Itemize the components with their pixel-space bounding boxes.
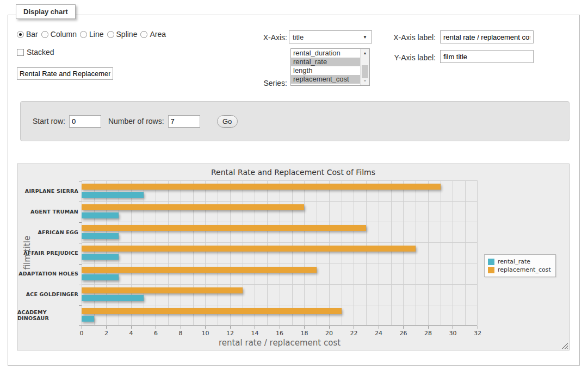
scroll-down-icon[interactable]: ▼	[361, 77, 369, 85]
x-axis-tick-label: 10	[195, 330, 216, 337]
bar-rental_rate[interactable]	[82, 233, 119, 239]
radio-bar-label[interactable]: Bar	[26, 30, 38, 39]
radio-spline-label[interactable]: Spline	[116, 30, 138, 39]
radio-item-bar[interactable]: Bar	[17, 30, 38, 39]
radio-item-column[interactable]: Column	[41, 30, 77, 39]
chart-category-row	[82, 264, 477, 285]
x-axis-title: rental rate / replacement cost	[82, 338, 478, 348]
y-axis-tick	[79, 285, 82, 285]
legend-label: replacement_cost	[498, 266, 551, 273]
bar-rental_rate[interactable]	[82, 212, 119, 218]
y-axis-label-input[interactable]	[440, 50, 534, 63]
start-row-label: Start row:	[33, 117, 65, 126]
chart-type-radio-group: Bar Column Line Spline Area	[17, 30, 166, 39]
x-axis-select-value: title	[293, 33, 304, 41]
bar-replacement_cost[interactable]	[82, 204, 304, 210]
bar-replacement_cost[interactable]	[82, 225, 366, 231]
x-axis-ticks	[82, 326, 478, 329]
radio-item-line[interactable]: Line	[80, 30, 103, 39]
x-axis-tick-label: 6	[145, 330, 167, 337]
radio-column-label[interactable]: Column	[51, 30, 77, 39]
radio-line-icon[interactable]	[80, 31, 87, 38]
bar-rental_rate[interactable]	[82, 254, 119, 260]
x-axis-label-field-label: X-Axis label:	[387, 33, 436, 42]
chart-category-row	[82, 222, 477, 243]
series-option-length[interactable]: length	[291, 66, 360, 75]
bar-replacement_cost[interactable]	[82, 184, 441, 190]
y-axis-tick	[79, 222, 82, 223]
x-axis-tick-label: 16	[269, 330, 290, 337]
radio-area-label[interactable]: Area	[150, 30, 166, 39]
x-axis-label-input[interactable]	[440, 30, 534, 43]
fieldset-legend-title: Display chart	[16, 4, 76, 19]
x-axis-tick-label: 0	[71, 330, 92, 337]
y-axis-category-label: AFFAIR PREJUDICE	[17, 242, 78, 263]
chart-category-row	[82, 243, 477, 264]
bar-replacement_cost[interactable]	[82, 246, 416, 252]
stacked-checkbox[interactable]	[17, 49, 24, 56]
x-axis-tick-label: 2	[96, 330, 117, 337]
scrollbar-thumb[interactable]	[362, 65, 368, 78]
stacked-checkbox-row[interactable]: Stacked	[17, 48, 54, 57]
number-of-rows-input[interactable]	[168, 115, 200, 128]
radio-item-spline[interactable]: Spline	[107, 30, 138, 39]
radio-line-label[interactable]: Line	[89, 30, 103, 39]
chart-panel: Rental Rate and Replacement Cost of Film…	[17, 164, 570, 350]
x-axis-tick-label: 18	[294, 330, 315, 337]
bar-rental_rate[interactable]	[82, 274, 119, 280]
chart-category-row	[82, 305, 477, 326]
legend-swatch-icon	[488, 259, 494, 265]
y-axis-label-field-label: Y-Axis label:	[387, 53, 436, 62]
y-axis-category-label: ACADEMY DINOSAUR	[17, 305, 78, 325]
chart-plot	[82, 180, 478, 325]
legend-item-replacement_cost[interactable]: replacement_cost	[488, 266, 551, 273]
x-axis-tick-label: 26	[393, 330, 414, 337]
chart-title: Rental Rate and Replacement Cost of Film…	[17, 168, 569, 177]
x-axis-tick-label: 12	[219, 330, 241, 337]
x-axis-tick-label: 8	[170, 330, 191, 337]
bar-rental_rate[interactable]	[82, 316, 94, 322]
listbox-scrollbar[interactable]: ▲ ▼	[360, 49, 369, 85]
legend-item-rental_rate[interactable]: rental_rate	[488, 258, 551, 265]
x-axis-select-label: X-Axis:	[242, 33, 287, 42]
series-option-replacement-cost[interactable]: replacement_cost	[291, 75, 360, 84]
x-axis-tick-label: 24	[368, 330, 389, 337]
bar-replacement_cost[interactable]	[82, 308, 342, 314]
chart-category-row	[82, 285, 477, 305]
series-option-rental-rate[interactable]: rental_rate	[291, 58, 360, 66]
y-axis-tick	[79, 181, 82, 181]
y-axis-tick	[79, 202, 82, 202]
bar-rental_rate[interactable]	[82, 192, 144, 198]
y-axis-category-label: AIRPLANE SIERRA	[17, 180, 78, 201]
chart-title-input[interactable]	[17, 67, 113, 80]
bar-rental_rate[interactable]	[82, 295, 144, 301]
radio-column-icon[interactable]	[41, 31, 48, 38]
y-axis-category-label: AGENT TRUMAN	[17, 201, 78, 222]
chart-category-row	[82, 202, 477, 222]
go-button[interactable]: Go	[217, 115, 238, 128]
x-axis-tick-label: 30	[442, 330, 464, 337]
bar-replacement_cost[interactable]	[82, 287, 243, 293]
chart-legend: rental_ratereplacement_cost	[484, 254, 556, 277]
x-axis-select[interactable]: title ▼	[289, 30, 372, 43]
radio-area-icon[interactable]	[140, 31, 147, 38]
y-axis-category-label: AFRICAN EGG	[17, 222, 78, 242]
bar-replacement_cost[interactable]	[82, 267, 317, 273]
stacked-label[interactable]: Stacked	[27, 48, 54, 57]
chart-category-row	[82, 181, 477, 202]
page: Display chart Bar Column Line Spline Are…	[0, 0, 588, 370]
radio-item-area[interactable]: Area	[140, 30, 166, 39]
series-listbox[interactable]: rental_duration rental_rate length repla…	[290, 48, 370, 86]
y-axis-tick	[79, 264, 82, 265]
number-of-rows-label: Number of rows:	[108, 117, 164, 126]
x-axis-tick-label: 4	[120, 330, 142, 337]
x-axis-tick-label: 32	[467, 330, 488, 337]
y-axis-tick	[79, 305, 82, 306]
resize-handle-icon[interactable]	[561, 342, 568, 349]
start-row-input[interactable]	[69, 115, 101, 128]
y-axis-tick	[79, 243, 82, 243]
scroll-up-icon[interactable]: ▲	[361, 49, 369, 57]
series-option-rental-duration[interactable]: rental_duration	[291, 49, 360, 58]
radio-bar-icon[interactable]	[17, 31, 24, 38]
radio-spline-icon[interactable]	[107, 31, 114, 38]
